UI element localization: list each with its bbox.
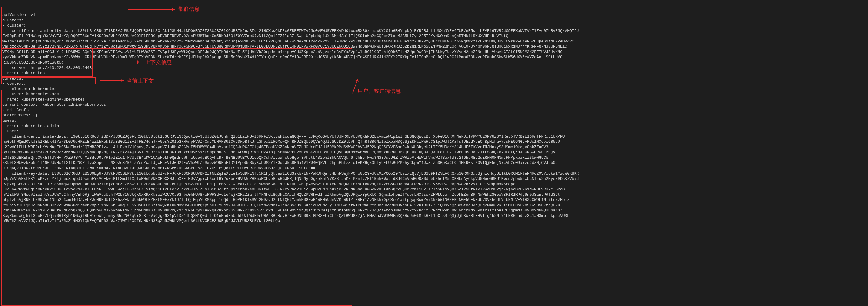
config-line: VFCMytBSitEa0Rha1IyOGJtYi9jbDA5WGtBQm0xd… <box>2 49 866 55</box>
config-line: hpGekFWQmdOVkJBb1REbk41YzNSbGJUcHRZWE4wZ… <box>2 139 866 144</box>
config-line: XcgRbmJwQjhiL3duR2Z5Qmk0RlRyb1NGcjlRb01o… <box>2 213 866 219</box>
config-line: kind: Config <box>2 107 866 113</box>
config-line: contexts: <box>2 76 866 81</box>
config-line: name: kubernetes-admin@kubernetes <box>2 97 866 102</box>
config-line: name: kubernetes <box>2 70 866 76</box>
config-line: preferences: {} <box>2 113 866 118</box>
terminal-output: apiVersion: v1clusters:- cluster: certif… <box>0 0 868 306</box>
config-line: - context: <box>2 81 866 87</box>
config-line: hJpVnVuVExLNKYcxKkzcFY2TjhudXFqbUJDcm5EY… <box>2 176 866 181</box>
config-line: FCelV4RkVzWUg5anRtcmx1S0U5XcVockNJZklFL0… <box>2 187 866 192</box>
config-line: L2Iwd0lPUU1WRFRrbXVaNApEbG5KdEhwdzJQTWR3… <box>2 144 866 150</box>
config-line: RCBDRVJUSUZJQ0FURS0tLS0tCg== <box>2 60 866 65</box>
config-line: server: https://10.220.43.203:6443 <box>2 65 866 71</box>
config-text: apiVersion: v1clusters:- cluster: certif… <box>2 12 866 224</box>
config-line: rcFpiVzlFTjNCZUNRb3U3CnZZUW1mSGd1Zmxn2mp… <box>2 203 866 208</box>
arrow-cluster <box>128 9 175 10</box>
config-line: R4MTVNWHRjWNERNG1NTdDeEfV3MUdhQXhQQlBQdV… <box>2 208 866 213</box>
config-line: users: <box>2 118 866 124</box>
config-line: kKb0t3WU0vbXp5b1I4N0JUNHc4L21lK2NORTIya3… <box>2 160 866 166</box>
config-line: WFsNVZIeU1rU05jbHd3NlpQV0pIMGhmSUZibHVlc… <box>2 39 866 44</box>
config-line: FVRQpBeE1LYTNWaVpYSnVaVFJzY3pDQ0FTSXdEVl… <box>2 33 866 39</box>
config-line: client-certificate-data: LS0tLS1CRUdJTiB… <box>2 134 866 139</box>
config-line: user: kubernetes-admin <box>2 92 866 97</box>
config-line: - cluster: <box>2 23 866 28</box>
config-line: xydVkKbnZQRnVNeWpmdEhoNmVrY2x6VWptcGRtRF… <box>2 55 866 60</box>
config-line: RZpVnpGbGh1aDlFSktlTREoKamgwcHpMV0F4eUJq… <box>2 181 866 187</box>
config-line: - name: kubernetes-admin <box>2 124 866 129</box>
config-line: yaHgzckV5MDk3eHU5YzlVQVh0UVlxSXpTWTFLdTk… <box>2 44 866 49</box>
config-line: JTGgvQ21ibWVtcDBLZ3hLT2sKclNTWHpmUlI2WUt… <box>2 166 866 171</box>
config-line: apiVersion: v1 <box>2 12 866 18</box>
label-cluster: 集群信息 <box>178 5 200 13</box>
config-line: nYZEUWGT3NweVZEelhtYzJUWXo2TnhyVEhORjFlW… <box>2 192 866 198</box>
config-line: n5WFhZaVVVZ1JQvaIluIvTlFa25aZL4MGVIQkEyQ… <box>2 218 866 224</box>
config-line: current-context: kubernetes-admin@kubern… <box>2 102 866 107</box>
config-line: user: <box>2 129 866 134</box>
config-line: cluster: kubernetes <box>2 87 866 92</box>
config-line: clusters: <box>2 18 866 23</box>
config-line: L0JBSXdBREFmQmdOVkhTTUVHVFVXZ0JSYUhMZ3dv… <box>2 155 866 161</box>
config-line: htpLzFaVjRNNlFxS0Vud1Nha2tXamd4dDZvVFZJe… <box>2 197 866 203</box>
config-line: certificate-authority-data: LS0tLS1CRUdJ… <box>2 28 866 34</box>
config-line: client-key-data: LS0tLS1CRUdJTiBSU0EgUFJ… <box>2 171 866 176</box>
config-line: 3p1TnRvdGdHaW1MYXkzOXVwR25wMKNKdm1QQVNQc… <box>2 150 866 155</box>
